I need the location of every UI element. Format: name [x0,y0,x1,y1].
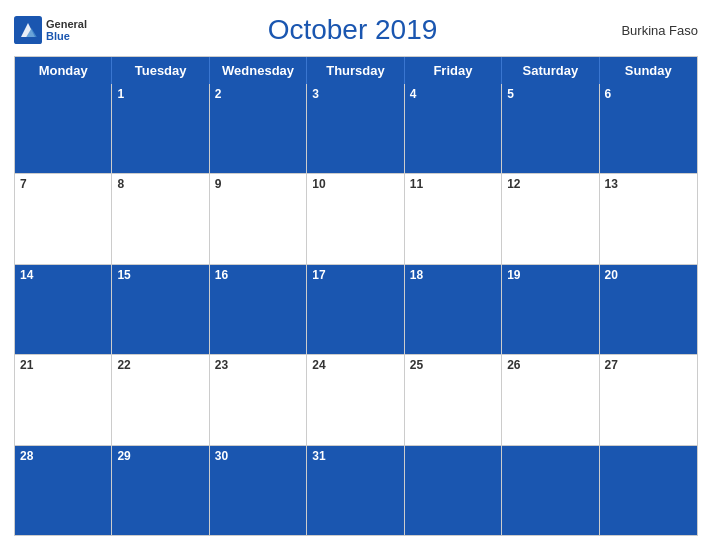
day-cell: 22 [112,355,209,444]
day-number: 27 [605,358,618,372]
day-cell: 19 [502,265,599,354]
day-cell: 30 [210,446,307,535]
day-number: 21 [20,358,33,372]
day-cell: 15 [112,265,209,354]
day-cell: 1 [112,84,209,173]
day-cell: 28 [15,446,112,535]
day-number: 31 [312,449,325,463]
day-number: 6 [605,87,612,101]
day-cell [600,446,697,535]
day-number: 20 [605,268,618,282]
day-cell [405,446,502,535]
calendar-grid: MondayTuesdayWednesdayThursdayFridaySatu… [14,56,698,536]
week-row-2: 78910111213 [15,173,697,263]
week-row-4: 21222324252627 [15,354,697,444]
day-cell [15,84,112,173]
day-number: 3 [312,87,319,101]
day-header-saturday: Saturday [502,57,599,84]
country-label: Burkina Faso [618,23,698,38]
logo-blue-text: Blue [46,30,87,42]
day-header-sunday: Sunday [600,57,697,84]
day-headers-row: MondayTuesdayWednesdayThursdayFridaySatu… [15,57,697,84]
week-row-3: 14151617181920 [15,264,697,354]
day-cell: 4 [405,84,502,173]
day-cell: 6 [600,84,697,173]
day-cell: 16 [210,265,307,354]
logo: General Blue [14,16,87,44]
day-cell: 9 [210,174,307,263]
day-cell: 31 [307,446,404,535]
day-cell: 5 [502,84,599,173]
day-cell: 18 [405,265,502,354]
day-cell: 14 [15,265,112,354]
logo-general-text: General [46,18,87,30]
day-number: 14 [20,268,33,282]
day-cell: 13 [600,174,697,263]
week-row-1: 123456 [15,84,697,173]
day-cell: 21 [15,355,112,444]
day-number: 29 [117,449,130,463]
calendar-title: October 2019 [87,14,618,46]
day-cell: 23 [210,355,307,444]
day-cell: 12 [502,174,599,263]
day-number: 11 [410,177,423,191]
day-number: 16 [215,268,228,282]
day-header-monday: Monday [15,57,112,84]
day-cell [502,446,599,535]
day-number: 4 [410,87,417,101]
day-cell: 8 [112,174,209,263]
calendar-header: General Blue October 2019 Burkina Faso [14,10,698,50]
calendar-body: 1234567891011121314151617181920212223242… [15,84,697,535]
day-number: 7 [20,177,27,191]
day-number: 25 [410,358,423,372]
day-cell: 10 [307,174,404,263]
day-number: 24 [312,358,325,372]
day-number: 22 [117,358,130,372]
day-cell: 29 [112,446,209,535]
day-cell: 20 [600,265,697,354]
day-cell: 25 [405,355,502,444]
day-cell: 11 [405,174,502,263]
day-number: 5 [507,87,514,101]
day-cell: 24 [307,355,404,444]
day-number: 15 [117,268,130,282]
day-number: 1 [117,87,124,101]
day-number: 13 [605,177,618,191]
day-cell: 17 [307,265,404,354]
day-number: 17 [312,268,325,282]
day-number: 9 [215,177,222,191]
logo-text: General Blue [46,18,87,42]
day-header-wednesday: Wednesday [210,57,307,84]
day-number: 28 [20,449,33,463]
day-number: 23 [215,358,228,372]
day-header-tuesday: Tuesday [112,57,209,84]
day-cell: 7 [15,174,112,263]
day-cell: 26 [502,355,599,444]
day-number: 30 [215,449,228,463]
week-row-5: 28293031 [15,445,697,535]
day-number: 2 [215,87,222,101]
day-header-thursday: Thursday [307,57,404,84]
day-number: 10 [312,177,325,191]
day-cell: 2 [210,84,307,173]
day-number: 19 [507,268,520,282]
calendar-container: General Blue October 2019 Burkina Faso M… [0,0,712,550]
day-cell: 27 [600,355,697,444]
day-number: 18 [410,268,423,282]
day-number: 26 [507,358,520,372]
day-header-friday: Friday [405,57,502,84]
day-number: 12 [507,177,520,191]
logo-icon [14,16,42,44]
day-number: 8 [117,177,124,191]
day-cell: 3 [307,84,404,173]
